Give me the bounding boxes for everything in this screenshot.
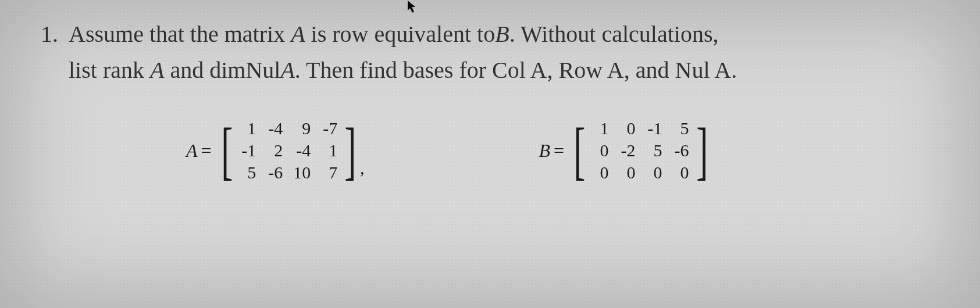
matrix-cell: 10: [293, 163, 311, 182]
matrix-cell: 1: [240, 119, 256, 138]
bracket-left-icon: [: [221, 122, 233, 180]
question-number: 1.: [41, 16, 69, 52]
matrix-cell: 7: [321, 163, 337, 182]
text: and dimNul: [164, 57, 280, 83]
var-A: A: [150, 57, 164, 83]
text: Assume that the matrix: [69, 21, 291, 47]
var-A: A: [291, 21, 305, 47]
matrix-cell: -6: [266, 163, 283, 182]
matrix-cell: 0: [619, 163, 636, 182]
text: . Then find bases for Col A, Row A, and …: [295, 57, 737, 83]
bracket-left-icon: [: [573, 122, 585, 180]
text: . Without calculations,: [509, 21, 719, 47]
matrix-cell: -6: [673, 141, 689, 160]
var-B: B: [495, 21, 509, 47]
matrix-cell: -4: [266, 119, 283, 138]
matrix-cell: 1: [593, 119, 609, 138]
matrix-cell: -1: [240, 141, 256, 160]
trailing-comma: ,: [360, 158, 365, 178]
bracket-right-icon: ]: [344, 122, 356, 180]
matrix-cell: -2: [619, 141, 636, 160]
matrix-cell: 5: [646, 141, 662, 160]
matrix-B: B = [ 1 0 -1 5 0 -2 5 -6 0 0 0 0 ]: [539, 117, 712, 184]
matrices-row: A = [ 1 -4 9 -7 -1 2 -4 1 5 -6 10 7 ] , …: [186, 117, 945, 184]
matrix-cell: -1: [646, 119, 662, 138]
matrix-cell: 9: [293, 119, 311, 138]
matrix-cell: 5: [673, 119, 689, 138]
equals-sign: =: [554, 140, 564, 162]
matrix-cell: 0: [593, 163, 609, 182]
text: is row equivalent to: [305, 21, 496, 47]
matrix-cell: 0: [646, 163, 662, 182]
bracket-right-icon: ]: [696, 122, 708, 180]
matrix-A-grid: 1 -4 9 -7 -1 2 -4 1 5 -6 10 7: [237, 117, 340, 184]
matrix-cell: 1: [321, 141, 337, 160]
question-block: 1.Assume that the matrix A is row equiva…: [0, 0, 980, 184]
var-A: A: [280, 57, 294, 83]
matrix-A-label: A: [186, 140, 198, 162]
matrix-cell: 0: [673, 163, 689, 182]
matrix-B-label: B: [539, 140, 550, 162]
matrix-cell: 2: [266, 141, 283, 160]
matrix-A: A = [ 1 -4 9 -7 -1 2 -4 1 5 -6 10 7 ] ,: [186, 117, 364, 184]
equals-sign: =: [201, 140, 212, 162]
question-line-1: 1.Assume that the matrix A is row equiva…: [41, 16, 945, 52]
matrix-cell: -7: [321, 119, 337, 138]
matrix-cell: 5: [240, 163, 256, 182]
matrix-B-grid: 1 0 -1 5 0 -2 5 -6 0 0 0 0: [590, 117, 692, 184]
matrix-cell: 0: [619, 119, 636, 138]
question-line-2: list rank A and dimNulA. Then find bases…: [69, 52, 945, 88]
text: list rank: [69, 57, 150, 83]
matrix-cell: -4: [293, 141, 311, 160]
matrix-cell: 0: [593, 141, 609, 160]
